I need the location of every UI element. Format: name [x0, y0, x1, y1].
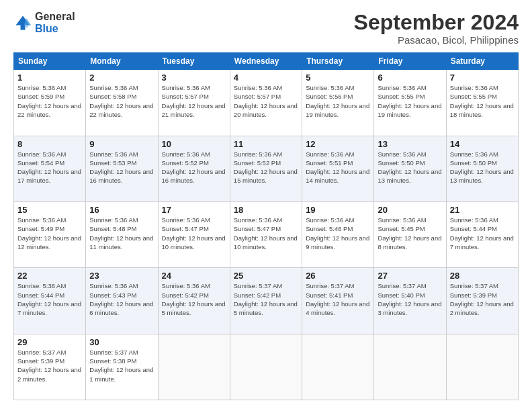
day-number: 8 — [17, 139, 82, 149]
calendar-week-row: 22 Sunrise: 5:36 AM Sunset: 5:44 PM Dayl… — [14, 268, 519, 334]
day-number: 14 — [450, 139, 515, 149]
day-detail: Sunrise: 5:36 AM Sunset: 5:50 PM Dayligh… — [378, 150, 442, 185]
day-detail: Sunrise: 5:36 AM Sunset: 5:48 PM Dayligh… — [89, 216, 154, 251]
calendar-week-row: 29 Sunrise: 5:37 AM Sunset: 5:39 PM Dayl… — [14, 334, 519, 400]
day-detail: Sunrise: 5:36 AM Sunset: 5:53 PM Dayligh… — [89, 150, 154, 185]
day-detail: Sunrise: 5:36 AM Sunset: 5:55 PM Dayligh… — [378, 83, 442, 119]
day-detail: Sunrise: 5:36 AM Sunset: 5:51 PM Dayligh… — [306, 150, 370, 185]
day-number: 25 — [234, 271, 298, 281]
table-row: 3 Sunrise: 5:36 AM Sunset: 5:57 PM Dayli… — [158, 70, 230, 136]
day-number: 26 — [306, 271, 370, 281]
table-row: 16 Sunrise: 5:36 AM Sunset: 5:48 PM Dayl… — [86, 201, 158, 267]
day-number: 9 — [89, 139, 154, 149]
day-number: 23 — [89, 271, 154, 281]
table-row: 28 Sunrise: 5:37 AM Sunset: 5:39 PM Dayl… — [446, 268, 518, 334]
table-row: 17 Sunrise: 5:36 AM Sunset: 5:47 PM Dayl… — [158, 201, 230, 267]
table-row: 15 Sunrise: 5:36 AM Sunset: 5:49 PM Dayl… — [14, 201, 86, 267]
table-row: 30 Sunrise: 5:37 AM Sunset: 5:38 PM Dayl… — [86, 334, 158, 400]
main-title: September 2024 — [354, 11, 519, 34]
day-detail: Sunrise: 5:37 AM Sunset: 5:39 PM Dayligh… — [17, 348, 82, 383]
empty-cell — [446, 334, 518, 400]
table-row: 11 Sunrise: 5:36 AM Sunset: 5:52 PM Dayl… — [230, 136, 302, 201]
table-row: 10 Sunrise: 5:36 AM Sunset: 5:52 PM Dayl… — [158, 136, 230, 201]
day-detail: Sunrise: 5:36 AM Sunset: 5:47 PM Dayligh… — [162, 216, 226, 251]
logo-general: General — [35, 11, 75, 22]
table-row: 21 Sunrise: 5:36 AM Sunset: 5:44 PM Dayl… — [446, 201, 518, 267]
day-detail: Sunrise: 5:36 AM Sunset: 5:49 PM Dayligh… — [17, 216, 82, 251]
day-number: 29 — [17, 337, 82, 347]
day-number: 6 — [378, 73, 442, 83]
day-detail: Sunrise: 5:36 AM Sunset: 5:52 PM Dayligh… — [162, 150, 226, 185]
empty-cell — [374, 334, 446, 400]
table-row: 22 Sunrise: 5:36 AM Sunset: 5:44 PM Dayl… — [14, 268, 86, 334]
day-detail: Sunrise: 5:36 AM Sunset: 5:54 PM Dayligh… — [17, 150, 82, 185]
table-row: 12 Sunrise: 5:36 AM Sunset: 5:51 PM Dayl… — [302, 136, 374, 201]
day-detail: Sunrise: 5:36 AM Sunset: 5:44 PM Dayligh… — [17, 281, 82, 317]
day-detail: Sunrise: 5:36 AM Sunset: 5:43 PM Dayligh… — [89, 281, 154, 317]
logo-blue: Blue — [35, 23, 58, 34]
header-row: General Blue September 2024 Pasacao, Bic… — [13, 11, 519, 46]
day-detail: Sunrise: 5:37 AM Sunset: 5:38 PM Dayligh… — [89, 348, 154, 383]
table-row: 18 Sunrise: 5:36 AM Sunset: 5:47 PM Dayl… — [230, 201, 302, 267]
table-row: 20 Sunrise: 5:36 AM Sunset: 5:45 PM Dayl… — [374, 201, 446, 267]
calendar-week-row: 8 Sunrise: 5:36 AM Sunset: 5:54 PM Dayli… — [14, 136, 519, 201]
empty-cell — [158, 334, 230, 400]
calendar-header-row: Sunday Monday Tuesday Wednesday Thursday… — [14, 53, 519, 70]
table-row: 19 Sunrise: 5:36 AM Sunset: 5:46 PM Dayl… — [302, 201, 374, 267]
table-row: 4 Sunrise: 5:36 AM Sunset: 5:57 PM Dayli… — [230, 70, 302, 136]
day-detail: Sunrise: 5:36 AM Sunset: 5:57 PM Dayligh… — [162, 83, 226, 119]
day-detail: Sunrise: 5:37 AM Sunset: 5:41 PM Dayligh… — [306, 281, 370, 317]
subtitle: Pasacao, Bicol, Philippines — [354, 34, 519, 46]
empty-cell — [302, 334, 374, 400]
day-number: 7 — [450, 73, 515, 83]
table-row: 1 Sunrise: 5:36 AM Sunset: 5:59 PM Dayli… — [14, 70, 86, 136]
day-detail: Sunrise: 5:36 AM Sunset: 5:44 PM Dayligh… — [450, 216, 515, 251]
logo: General Blue — [13, 11, 75, 36]
col-friday: Friday — [374, 53, 446, 70]
day-number: 12 — [306, 139, 370, 149]
calendar-table: Sunday Monday Tuesday Wednesday Thursday… — [13, 52, 519, 400]
day-detail: Sunrise: 5:36 AM Sunset: 5:57 PM Dayligh… — [234, 83, 298, 119]
day-number: 4 — [234, 73, 298, 83]
day-number: 18 — [234, 205, 298, 215]
day-number: 5 — [306, 73, 370, 83]
table-row: 29 Sunrise: 5:37 AM Sunset: 5:39 PM Dayl… — [14, 334, 86, 400]
day-detail: Sunrise: 5:36 AM Sunset: 5:42 PM Dayligh… — [162, 281, 226, 317]
day-detail: Sunrise: 5:37 AM Sunset: 5:40 PM Dayligh… — [378, 281, 442, 317]
col-tuesday: Tuesday — [158, 53, 230, 70]
day-detail: Sunrise: 5:36 AM Sunset: 5:56 PM Dayligh… — [306, 83, 370, 119]
day-detail: Sunrise: 5:37 AM Sunset: 5:39 PM Dayligh… — [450, 281, 515, 317]
col-wednesday: Wednesday — [230, 53, 302, 70]
col-monday: Monday — [86, 53, 158, 70]
calendar-week-row: 1 Sunrise: 5:36 AM Sunset: 5:59 PM Dayli… — [14, 70, 519, 136]
table-row: 14 Sunrise: 5:36 AM Sunset: 5:50 PM Dayl… — [446, 136, 518, 201]
day-number: 10 — [162, 139, 226, 149]
logo-icon — [13, 13, 32, 32]
day-detail: Sunrise: 5:36 AM Sunset: 5:52 PM Dayligh… — [234, 150, 298, 185]
day-detail: Sunrise: 5:36 AM Sunset: 5:45 PM Dayligh… — [378, 216, 442, 251]
day-number: 16 — [89, 205, 154, 215]
day-number: 20 — [378, 205, 442, 215]
table-row: 25 Sunrise: 5:37 AM Sunset: 5:42 PM Dayl… — [230, 268, 302, 334]
day-number: 2 — [89, 73, 154, 83]
day-detail: Sunrise: 5:36 AM Sunset: 5:59 PM Dayligh… — [17, 83, 82, 119]
table-row: 24 Sunrise: 5:36 AM Sunset: 5:42 PM Dayl… — [158, 268, 230, 334]
day-detail: Sunrise: 5:36 AM Sunset: 5:50 PM Dayligh… — [450, 150, 515, 185]
title-block: September 2024 Pasacao, Bicol, Philippin… — [354, 11, 519, 46]
table-row: 26 Sunrise: 5:37 AM Sunset: 5:41 PM Dayl… — [302, 268, 374, 334]
day-number: 27 — [378, 271, 442, 281]
day-number: 3 — [162, 73, 226, 83]
col-thursday: Thursday — [302, 53, 374, 70]
empty-cell — [230, 334, 302, 400]
day-number: 22 — [17, 271, 82, 281]
table-row: 9 Sunrise: 5:36 AM Sunset: 5:53 PM Dayli… — [86, 136, 158, 201]
col-saturday: Saturday — [446, 53, 518, 70]
day-number: 17 — [162, 205, 226, 215]
calendar-week-row: 15 Sunrise: 5:36 AM Sunset: 5:49 PM Dayl… — [14, 201, 519, 267]
table-row: 13 Sunrise: 5:36 AM Sunset: 5:50 PM Dayl… — [374, 136, 446, 201]
table-row: 5 Sunrise: 5:36 AM Sunset: 5:56 PM Dayli… — [302, 70, 374, 136]
day-detail: Sunrise: 5:36 AM Sunset: 5:55 PM Dayligh… — [450, 83, 515, 119]
day-number: 30 — [89, 337, 154, 347]
day-number: 21 — [450, 205, 515, 215]
table-row: 2 Sunrise: 5:36 AM Sunset: 5:58 PM Dayli… — [86, 70, 158, 136]
